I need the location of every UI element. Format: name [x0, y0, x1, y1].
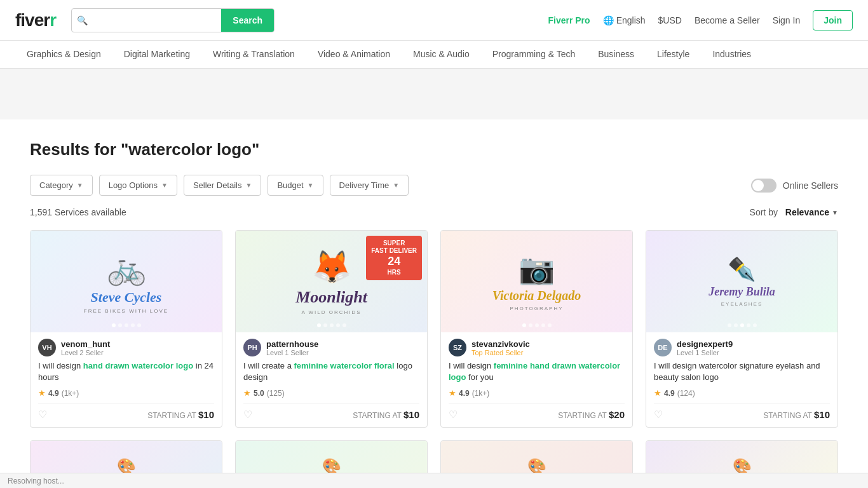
dot [747, 323, 750, 327]
card-image-subtitle: FREE BIKES WITH LOVE [84, 308, 168, 314]
dot-indicators [522, 323, 552, 327]
dot-indicators [317, 323, 346, 327]
status-text: Resolving host... [8, 477, 64, 485]
star-icon: ★ [38, 388, 46, 398]
status-bar: Resolving host... [0, 473, 868, 488]
star-icon: ★ [243, 388, 251, 398]
online-sellers-toggle-wrap: Online Sellers [751, 179, 838, 193]
star-icon: ★ [654, 388, 661, 398]
sidebar-item-lifestyle[interactable]: Lifestyle [646, 41, 701, 69]
card-image-icon: ✒️ [728, 256, 756, 283]
avatar: DE [654, 339, 672, 356]
seller-name: venom_hunt [61, 339, 110, 349]
card-image-2: 🦊 Moonlight A WILD ORCHIDS SUPERFAST DEL… [236, 231, 427, 332]
seller-level: Level 2 Seller [61, 349, 110, 356]
seller-level: Level 1 Seller [266, 349, 318, 356]
card-body-2: PH patternhouse Level 1 Seller I will cr… [236, 332, 427, 427]
card-footer-4: ♡ STARTING AT $10 [654, 403, 830, 421]
seller-details-filter[interactable]: Seller Details ▼ [184, 175, 262, 196]
dot [112, 323, 116, 327]
avatar: SZ [449, 339, 466, 356]
favorite-icon[interactable]: ♡ [38, 409, 47, 421]
logo-options-filter[interactable]: Logo Options ▼ [99, 175, 177, 196]
sidebar-item-business[interactable]: Business [587, 41, 646, 69]
dot [734, 323, 738, 327]
chevron-down-icon: ▼ [246, 182, 252, 189]
sidebar-item-industries[interactable]: Industries [701, 41, 763, 69]
nav: Graphics & Design Digital Marketing Writ… [0, 41, 868, 69]
category-filter[interactable]: Category ▼ [30, 175, 93, 196]
card-image-title: Steve Cycles [91, 289, 162, 306]
card-title-1: I will design hand drawn watercolor logo… [38, 360, 214, 383]
main-content: Results for "watercolor logo" Category ▼… [15, 119, 853, 488]
header-right: Fiverr Pro 🌐 English $USD Become a Selle… [548, 10, 853, 30]
sign-in-link[interactable]: Sign In [773, 15, 801, 25]
sidebar-item-programming-tech[interactable]: Programming & Tech [481, 41, 587, 69]
join-button[interactable]: Join [813, 10, 853, 30]
card-image-title: Moonlight [295, 288, 367, 307]
card-rating-4: ★ 4.9 (124) [654, 388, 830, 398]
online-sellers-label: Online Sellers [783, 180, 838, 191]
sidebar-item-music-audio[interactable]: Music & Audio [402, 41, 481, 69]
search-bar: 🔍 watercolor logo Search [71, 8, 275, 32]
gig-card-4[interactable]: ✒️ Jeremy Bulila EYELASHES DE designexpe… [646, 230, 838, 428]
card-image-title: Victoria Delgado [492, 288, 581, 303]
dot [317, 323, 321, 327]
card-footer-2: ♡ STARTING AT $10 [243, 403, 419, 421]
dot [548, 323, 552, 327]
seller-level: Top Rated Seller [471, 349, 530, 356]
seller-info-2: PH patternhouse Level 1 Seller [243, 339, 419, 356]
gig-card-2[interactable]: 🦊 Moonlight A WILD ORCHIDS SUPERFAST DEL… [235, 230, 428, 428]
card-image-3: 📷 Victoria Delgado Photography [441, 231, 632, 332]
favorite-icon[interactable]: ♡ [449, 409, 458, 421]
card-body-4: DE designexpert9 Level 1 Seller I will d… [646, 332, 837, 427]
dot [330, 323, 334, 327]
budget-filter[interactable]: Budget ▼ [268, 175, 323, 196]
cards-grid: 🚲 Steve Cycles FREE BIKES WITH LOVE VH v… [30, 230, 838, 428]
filters-row: Category ▼ Logo Options ▼ Seller Details… [30, 175, 838, 196]
seller-name: patternhouse [266, 339, 318, 349]
fast-delivery-badge: SUPERFAST DELIVER24HRS [366, 236, 422, 280]
search-icon: 🔍 [72, 15, 93, 25]
dot [137, 323, 141, 327]
dot [535, 323, 539, 327]
card-image-subtitle: A WILD ORCHIDS [301, 309, 361, 315]
dot [118, 323, 122, 327]
search-button[interactable]: Search [221, 9, 274, 32]
card-body-3: SZ stevanzivkovic Top Rated Seller I wil… [441, 332, 632, 427]
card-footer-3: ♡ STARTING AT $20 [449, 403, 625, 421]
language-selector[interactable]: 🌐 English [603, 15, 646, 25]
dot [131, 323, 135, 327]
currency-selector[interactable]: $USD [658, 15, 682, 25]
chevron-down-icon: ▼ [832, 209, 838, 216]
card-image-4: ✒️ Jeremy Bulila EYELASHES [646, 231, 837, 332]
seller-info-3: SZ stevanzivkovic Top Rated Seller [449, 339, 625, 356]
favorite-icon[interactable]: ♡ [243, 409, 252, 421]
gig-card-1[interactable]: 🚲 Steve Cycles FREE BIKES WITH LOVE VH v… [30, 230, 222, 428]
card-image-icon: 🦊 [312, 248, 351, 285]
card-image-icon: 📷 [519, 252, 555, 286]
online-sellers-toggle[interactable] [751, 179, 776, 193]
logo[interactable]: fiverr [15, 10, 56, 30]
fiverr-pro-link[interactable]: Fiverr Pro [548, 15, 590, 25]
card-title-3: I will design feminine hand drawn waterc… [449, 360, 625, 383]
header: fiverr 🔍 watercolor logo Search Fiverr P… [0, 0, 868, 41]
favorite-icon[interactable]: ♡ [654, 409, 663, 421]
sort-value: Relevance [785, 207, 829, 217]
become-seller-link[interactable]: Become a Seller [695, 15, 760, 25]
sidebar-item-graphics-design[interactable]: Graphics & Design [15, 41, 112, 69]
gig-card-3[interactable]: 📷 Victoria Delgado Photography SZ stevan… [440, 230, 633, 428]
sort-dropdown[interactable]: Sort by Relevance ▼ [750, 207, 838, 217]
sidebar-item-digital-marketing[interactable]: Digital Marketing [112, 41, 201, 69]
card-image-title: Jeremy Bulila [709, 285, 775, 299]
seller-name: stevanzivkovic [471, 339, 530, 349]
sidebar-item-writing-translation[interactable]: Writing & Translation [201, 41, 306, 69]
card-title-4: I will design watercolor signature eyela… [654, 360, 830, 383]
card-footer-1: ♡ STARTING AT $10 [38, 403, 214, 421]
search-input[interactable]: watercolor logo [93, 10, 221, 30]
sidebar-item-video-animation[interactable]: Video & Animation [306, 41, 402, 69]
price-1: STARTING AT $10 [147, 409, 214, 420]
price-3: STARTING AT $20 [558, 409, 625, 420]
avatar: VH [38, 339, 56, 356]
delivery-time-filter[interactable]: Delivery Time ▼ [330, 175, 409, 196]
